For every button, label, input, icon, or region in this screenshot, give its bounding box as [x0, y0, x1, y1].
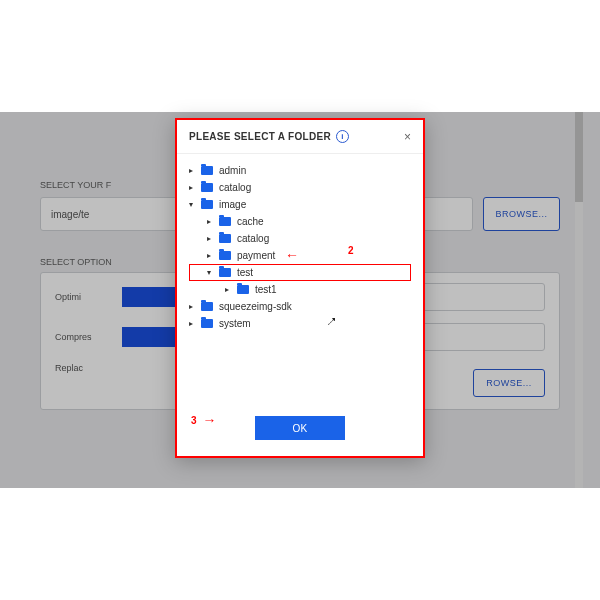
arrow-left-icon: ←	[285, 247, 299, 263]
annotation-2-number: 2	[348, 245, 354, 256]
close-icon[interactable]: ×	[404, 131, 411, 143]
folder-node-squeezeimg-sdk[interactable]: ▸squeezeimg-sdk	[189, 298, 411, 315]
folder-icon	[237, 285, 249, 294]
folder-icon	[201, 319, 213, 328]
folder-node-system[interactable]: ▸system	[189, 315, 411, 332]
letterbox-top	[0, 0, 600, 112]
folder-tree: ▸admin▸catalog▾image▸cache▸catalog▸payme…	[177, 154, 423, 332]
folder-label: catalog	[237, 233, 269, 244]
folder-icon	[201, 183, 213, 192]
folder-node-payment[interactable]: ▸payment	[189, 247, 411, 264]
annotation-step3: 3 →	[191, 413, 217, 427]
annotation-step2: ← 2	[285, 248, 299, 262]
arrow-right-icon: →	[203, 413, 217, 427]
caret-right-icon[interactable]: ▸	[189, 183, 195, 192]
folder-icon	[201, 302, 213, 311]
folder-label: catalog	[219, 182, 251, 193]
modal-title-wrap: PLEASE SELECT A FOLDER i	[189, 130, 349, 143]
folder-node-test[interactable]: ▾test	[189, 264, 411, 281]
folder-node-catalog[interactable]: ▸catalog	[189, 179, 411, 196]
ok-button[interactable]: OK	[255, 416, 345, 440]
folder-label: admin	[219, 165, 246, 176]
info-icon[interactable]: i	[336, 130, 349, 143]
caret-right-icon[interactable]: ▸	[207, 251, 213, 260]
letterbox-bottom	[0, 488, 600, 600]
folder-label: system	[219, 318, 251, 329]
folder-label: cache	[237, 216, 264, 227]
folder-label: test1	[255, 284, 277, 295]
folder-label: payment	[237, 250, 275, 261]
caret-down-icon[interactable]: ▾	[207, 268, 213, 277]
folder-label: image	[219, 199, 246, 210]
caret-right-icon[interactable]: ▸	[207, 217, 213, 226]
folder-node-cache[interactable]: ▸cache	[189, 213, 411, 230]
folder-select-modal: PLEASE SELECT A FOLDER i × ▸admin▸catalo…	[175, 118, 425, 458]
cursor-icon: ⭧	[326, 315, 337, 327]
caret-right-icon[interactable]: ▸	[189, 166, 195, 175]
caret-right-icon[interactable]: ▸	[207, 234, 213, 243]
caret-right-icon[interactable]: ▸	[189, 319, 195, 328]
annotation-3-number: 3	[191, 415, 197, 426]
folder-icon	[219, 217, 231, 226]
modal-header: PLEASE SELECT A FOLDER i ×	[177, 120, 423, 154]
caret-down-icon[interactable]: ▾	[189, 200, 195, 209]
folder-node-image[interactable]: ▾image	[189, 196, 411, 213]
caret-right-icon[interactable]: ▸	[225, 285, 231, 294]
folder-icon	[201, 166, 213, 175]
folder-node-test1[interactable]: ▸test1	[189, 281, 411, 298]
folder-icon	[219, 268, 231, 277]
modal-title: PLEASE SELECT A FOLDER	[189, 131, 331, 142]
folder-icon	[219, 251, 231, 260]
folder-label: squeezeimg-sdk	[219, 301, 292, 312]
folder-icon	[219, 234, 231, 243]
folder-node-admin[interactable]: ▸admin	[189, 162, 411, 179]
folder-icon	[201, 200, 213, 209]
folder-node-catalog[interactable]: ▸catalog	[189, 230, 411, 247]
caret-right-icon[interactable]: ▸	[189, 302, 195, 311]
folder-label: test	[237, 267, 253, 278]
